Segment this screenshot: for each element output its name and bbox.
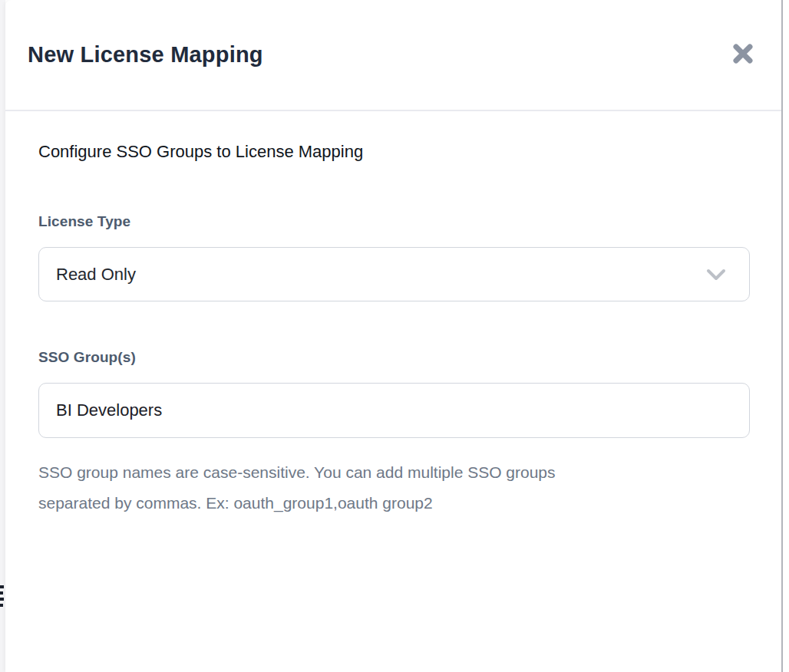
sso-groups-help-line-1: SSO group names are case-sensitive. You … (38, 457, 748, 488)
new-license-mapping-dialog: New License Mapping Configure SSO Groups… (5, 0, 783, 672)
chevron-down-icon (706, 268, 726, 281)
backdrop-page-sliver (0, 0, 5, 672)
sso-groups-input[interactable] (38, 383, 750, 438)
dialog-header: New License Mapping (5, 0, 781, 111)
sso-groups-label: SSO Group(s) (38, 349, 748, 366)
sso-groups-help-line-2: separated by commas. Ex: oauth_group1,oa… (38, 488, 748, 519)
dialog-title: New License Mapping (28, 42, 263, 68)
close-button[interactable] (726, 37, 760, 71)
background-menu-icon-fragment (0, 585, 4, 610)
page: New License Mapping Configure SSO Groups… (0, 0, 789, 672)
license-type-label: License Type (38, 213, 748, 230)
license-type-select[interactable]: Read Only (38, 247, 750, 301)
license-type-selected-value: Read Only (56, 265, 136, 285)
dialog-description: Configure SSO Groups to License Mapping (38, 141, 748, 163)
dialog-body: Configure SSO Groups to License Mapping … (5, 111, 781, 519)
close-icon (731, 41, 755, 66)
sso-groups-help-text: SSO group names are case-sensitive. You … (38, 457, 748, 519)
